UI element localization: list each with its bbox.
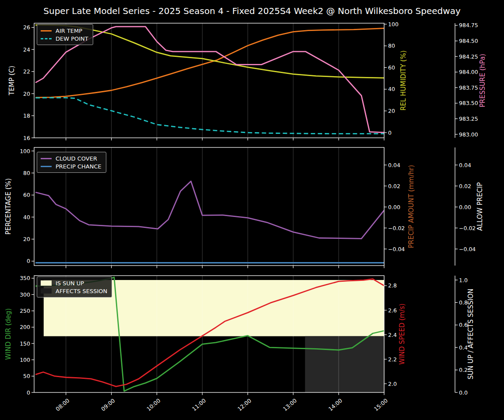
y-tick-label: −0.02: [388, 225, 405, 231]
y-tick-label: 150: [20, 340, 30, 347]
y-tick-label: 0.8: [459, 299, 468, 306]
y-tick-label: 0.04: [388, 162, 400, 168]
y-tick-label: 983.00: [459, 131, 478, 138]
y-tick-label: 983.75: [459, 84, 478, 91]
y-tick-label: 983.50: [459, 100, 478, 106]
y-tick-label: 80: [388, 42, 395, 49]
legend-label: CLOUD COVER: [56, 155, 97, 162]
axis-label-percentage: PERCENTAGE (%): [4, 178, 12, 234]
x-tick-label: 08:00: [54, 397, 70, 413]
legend-item-cloud-cover: CLOUD COVER: [41, 154, 102, 162]
y-tick-label: 20: [23, 91, 30, 97]
y-tick-label: 16: [23, 135, 30, 141]
y-tick-label: 0.4: [459, 344, 468, 351]
legend-swatch-is-sun-up: [41, 280, 52, 286]
y-tick-label: 0.6: [459, 322, 468, 328]
y-tick-label: 0.00: [459, 204, 471, 210]
y-tick-label: 20: [388, 108, 395, 114]
axis-label-sun-up-affects-session: SUN UP / AFFECTS SESSION: [467, 289, 475, 380]
y-tick-label: −0.04: [388, 246, 405, 252]
y-tick-label: 0: [27, 389, 30, 396]
y-tick-label: 0.2: [459, 367, 468, 373]
axis-label-wind-dir-deg: WIND DIR (deg): [4, 308, 12, 360]
y-tick-label: 0.04: [459, 162, 471, 168]
y-tick-label: 2.0: [388, 381, 397, 387]
legend-swatch-air-temp: [41, 30, 52, 32]
band-affects-session: [305, 336, 384, 392]
legend-label: IS SUN UP: [56, 280, 84, 287]
y-tick-label: 40: [388, 86, 395, 92]
y-tick-label: 300: [20, 291, 30, 298]
x-tick-label: 13:00: [282, 397, 298, 413]
y-tick-label: 2.6: [388, 307, 397, 314]
legend-item-is-sun-up: IS SUN UP: [41, 279, 107, 287]
y-tick-label: 350: [20, 275, 30, 281]
legend-swatch-precip-chance: [41, 166, 52, 167]
series-dew-point: [35, 98, 384, 133]
y-tick-label: 1.0: [459, 277, 468, 284]
y-tick-label: 0.02: [388, 183, 400, 189]
legend-cloud-precip: CLOUD COVERPRECIP CHANCE: [37, 152, 106, 173]
y-tick-label: 0: [388, 130, 392, 136]
y-tick-label: 0.00: [388, 204, 400, 210]
y-tick-label: 60: [23, 192, 30, 198]
y-tick-label: 984.50: [459, 38, 478, 44]
y-tick-label: 984.25: [459, 53, 478, 60]
legend-swatch-dew-point: [41, 38, 52, 39]
y-tick-label: 22: [23, 68, 30, 75]
y-tick-label: 984.75: [459, 22, 478, 28]
y-tick-label: 40: [23, 214, 30, 220]
legend-item-affects-session: AFFECTS SESSION: [41, 287, 107, 295]
y-tick-label: 100: [20, 148, 30, 154]
y-tick-label: 24: [23, 46, 30, 53]
axis-label-pressure-hpa: PRESSURE (hPa): [479, 54, 486, 107]
legend-item-precip-chance: PRECIP CHANCE: [41, 162, 102, 170]
y-tick-label: 2.4: [388, 332, 397, 338]
legend-item-dew-point: DEW POINT: [41, 35, 88, 42]
x-tick-label: 15:00: [373, 397, 389, 413]
axis-label-allow-precip: ALLOW PRECIP: [476, 182, 484, 231]
y-tick-label: 18: [23, 112, 30, 119]
y-tick-label: 2.8: [388, 282, 397, 289]
legend-label: AFFECTS SESSION: [56, 287, 107, 295]
y-tick-label: 0: [27, 258, 30, 264]
y-tick-label: 50: [23, 373, 30, 379]
weather-forecast-figure: Super Late Model Series - 2025 Season 4 …: [0, 0, 504, 420]
x-tick-label: 11:00: [191, 397, 207, 413]
legend-swatch-cloud-cover: [41, 158, 52, 159]
y-tick-label: 0.0: [459, 389, 468, 396]
legend-wind-sun: IS SUN UPAFFECTS SESSION: [37, 276, 112, 298]
series-cloud-cover: [35, 181, 384, 238]
axis-label-temp-c: TEMP (C): [8, 66, 16, 96]
legend-label: DEW POINT: [56, 35, 88, 42]
legend-swatch-affects-session: [41, 288, 52, 294]
x-tick-label: 09:00: [100, 397, 116, 413]
legend-item-air-temp: AIR TEMP: [41, 27, 88, 35]
y-tick-label: 0.02: [459, 183, 471, 189]
y-tick-label: 200: [20, 324, 30, 330]
legend-label: AIR TEMP: [56, 27, 82, 35]
x-tick-label: 10:00: [145, 397, 161, 413]
y-tick-label: −0.02: [459, 225, 476, 231]
y-tick-label: 60: [388, 64, 395, 71]
y-tick-label: 2.2: [388, 356, 397, 363]
y-tick-label: 20: [23, 236, 30, 242]
y-tick-label: 984.00: [459, 69, 478, 75]
legend-temp-humidity-pressure: AIR TEMPDEW POINT: [37, 24, 93, 45]
forecast-chart-svg: 161820222426020406080100983.00983.25983.…: [0, 0, 504, 420]
axis-label-rel-humidity: REL HUMIDITY (%): [399, 50, 407, 111]
y-tick-label: 26: [23, 24, 30, 31]
y-tick-label: 983.25: [459, 116, 478, 122]
axis-label-wind-speed-m-s: WIND SPEED (m/s): [398, 304, 406, 365]
legend-label: PRECIP CHANCE: [56, 163, 102, 170]
y-tick-label: 100: [20, 357, 30, 363]
y-tick-label: 80: [23, 170, 30, 176]
y-tick-label: −0.04: [459, 246, 476, 252]
axis-label-precip-amount-mm-hr: PRECIP AMOUNT (mm/hr): [407, 165, 415, 248]
x-tick-label: 14:00: [327, 397, 343, 413]
y-tick-label: 250: [20, 308, 30, 314]
y-tick-label: 100: [388, 21, 399, 28]
x-tick-label: 12:00: [236, 397, 252, 413]
